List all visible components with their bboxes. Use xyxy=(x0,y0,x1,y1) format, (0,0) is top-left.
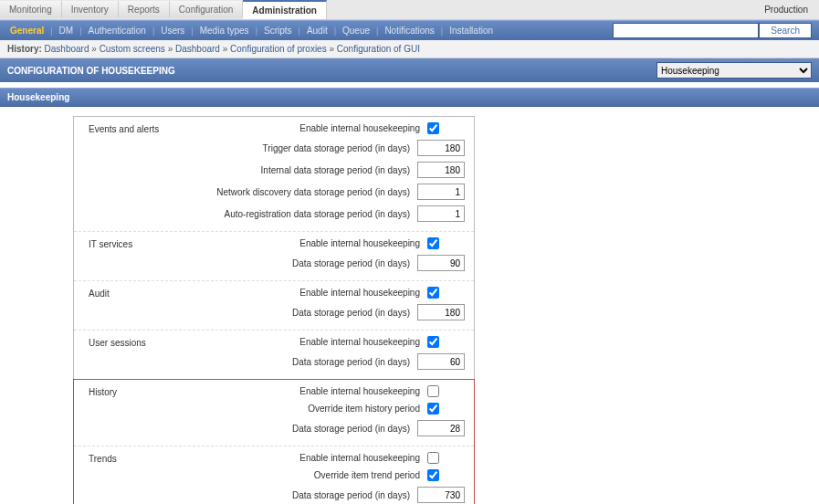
field-label: Internal data storage period (in days) xyxy=(261,165,410,175)
field-label: Enable internal housekeeping xyxy=(299,337,420,347)
field-checkbox[interactable] xyxy=(427,385,439,397)
top-tabs: Monitoring Inventory Reports Configurati… xyxy=(0,0,819,20)
form-area: Events and alertsEnable internal houseke… xyxy=(0,107,819,504)
field-label: Enable internal housekeeping xyxy=(299,453,420,463)
crumb[interactable]: Configuration of GUI xyxy=(337,44,420,54)
field-label: Enable internal housekeeping xyxy=(299,386,420,396)
tab-inventory[interactable]: Inventory xyxy=(62,1,119,18)
field-input[interactable] xyxy=(417,162,465,178)
field-checkbox[interactable] xyxy=(427,336,439,348)
field-input[interactable] xyxy=(417,487,465,503)
field-input[interactable] xyxy=(417,255,465,271)
crumb[interactable]: Dashboard xyxy=(45,44,89,54)
breadcrumb: History: Dashboard » Custom screens » Da… xyxy=(0,40,819,58)
group-label: IT services xyxy=(74,232,184,280)
field-input[interactable] xyxy=(417,420,465,436)
subtab-general[interactable]: General xyxy=(5,26,48,36)
group-label: Events and alerts xyxy=(74,117,184,231)
field-label: Enable internal housekeeping xyxy=(299,238,420,248)
field-input[interactable] xyxy=(417,140,465,156)
field-checkbox[interactable] xyxy=(427,122,439,134)
subtab-media-types[interactable]: Media types xyxy=(195,26,254,36)
subtab-queue[interactable]: Queue xyxy=(338,26,374,36)
field-label: Data storage period (in days) xyxy=(292,490,410,500)
subtab-scripts[interactable]: Scripts xyxy=(259,26,297,36)
crumb[interactable]: Dashboard xyxy=(175,44,220,54)
field-input[interactable] xyxy=(417,184,465,200)
history-label: History: xyxy=(7,44,42,54)
field-label: Enable internal housekeeping xyxy=(299,123,420,133)
subtab-installation[interactable]: Installation xyxy=(445,26,498,36)
search-button[interactable]: Search xyxy=(759,23,812,38)
field-label: Data storage period (in days) xyxy=(292,357,410,367)
field-label: Enable internal housekeeping xyxy=(299,288,420,298)
field-input[interactable] xyxy=(417,304,465,320)
field-label: Trigger data storage period (in days) xyxy=(263,143,410,153)
group-label: History xyxy=(74,380,184,446)
sub-tabs: General| DM| Authentication| Users| Medi… xyxy=(0,20,819,40)
field-label: Network discovery data storage period (i… xyxy=(216,187,410,197)
subtab-users[interactable]: Users xyxy=(156,26,189,36)
group-label: Audit xyxy=(74,281,184,330)
field-checkbox[interactable] xyxy=(427,403,439,415)
field-checkbox[interactable] xyxy=(427,469,439,481)
crumb[interactable]: Configuration of proxies xyxy=(230,44,327,54)
field-label: Override item trend period xyxy=(314,470,420,480)
page-title-bar: CONFIGURATION OF HOUSEKEEPING Housekeepi… xyxy=(0,58,819,82)
field-label: Data storage period (in days) xyxy=(292,258,410,268)
page-selector[interactable]: Housekeeping xyxy=(656,62,812,79)
search-input[interactable] xyxy=(613,23,759,38)
tab-monitoring[interactable]: Monitoring xyxy=(0,1,62,18)
field-checkbox[interactable] xyxy=(427,287,439,299)
env-label: Production xyxy=(753,5,819,15)
crumb[interactable]: Custom screens xyxy=(100,44,165,54)
subtab-notifications[interactable]: Notifications xyxy=(380,26,438,36)
field-label: Data storage period (in days) xyxy=(292,424,410,434)
subtab-dm[interactable]: DM xyxy=(55,26,79,36)
field-input[interactable] xyxy=(417,205,465,222)
field-input[interactable] xyxy=(417,353,465,370)
field-label: Override item history period xyxy=(308,404,420,414)
field-label: Auto-registration data storage period (i… xyxy=(225,209,410,219)
tab-configuration[interactable]: Configuration xyxy=(170,1,243,18)
section-title: Housekeeping xyxy=(0,88,819,107)
tab-administration[interactable]: Administration xyxy=(243,0,327,19)
subtab-audit[interactable]: Audit xyxy=(302,26,332,36)
tab-reports[interactable]: Reports xyxy=(119,1,170,18)
field-checkbox[interactable] xyxy=(427,237,439,249)
group-label: User sessions xyxy=(74,331,184,379)
group-label: Trends xyxy=(74,446,184,504)
field-label: Data storage period (in days) xyxy=(292,308,410,318)
field-checkbox[interactable] xyxy=(427,452,439,464)
page-title: CONFIGURATION OF HOUSEKEEPING xyxy=(7,66,175,76)
subtab-authentication[interactable]: Authentication xyxy=(84,26,151,36)
